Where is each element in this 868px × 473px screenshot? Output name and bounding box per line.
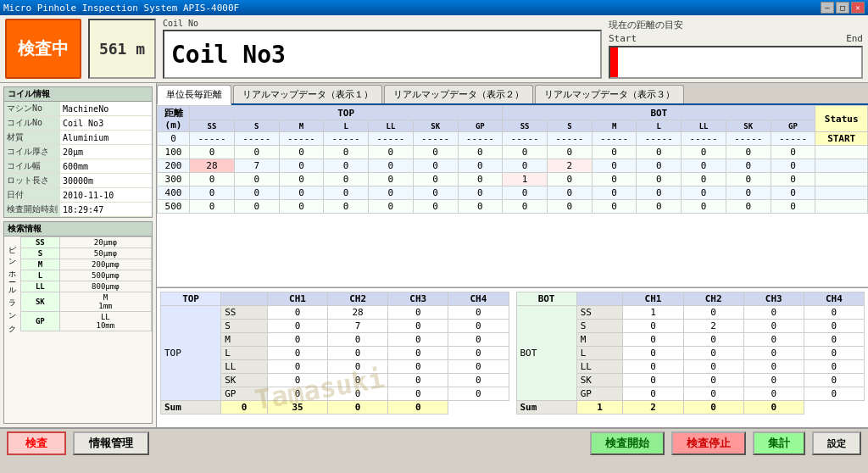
coil-info-table: マシンNoMachineNoコイルNoCoil No3材質Aluminiumコイ… — [4, 102, 152, 217]
tab-2[interactable]: リアルマップデータ（表示２） — [384, 85, 533, 103]
bt-sum-cell: 0 — [743, 401, 804, 415]
start-button[interactable]: 検査開始 — [590, 431, 665, 455]
bt-empty — [576, 292, 623, 306]
pinhole-side-label: ピ — [6, 239, 19, 249]
bot-data-cell: 0 — [637, 186, 682, 200]
bot-data-cell: 1 — [503, 173, 548, 186]
status-button[interactable]: 検査中 — [5, 19, 81, 79]
top-sub-col: GP — [458, 120, 503, 132]
bt-data-cell: 0 — [388, 360, 448, 374]
bt-sum-cell: 1 — [576, 401, 623, 415]
bot-data-cell: 0 — [503, 200, 548, 214]
bt-data-cell: 0 — [683, 387, 743, 401]
top-data-cell: 0 — [234, 146, 279, 159]
bt-rank-label: M — [576, 333, 623, 347]
tab-3[interactable]: リアルマップデータ（表示３） — [535, 85, 684, 103]
maximize-button[interactable]: □ — [836, 2, 849, 14]
pinhole-side-label: ン — [6, 306, 19, 316]
bot-sub-col: M — [592, 120, 637, 132]
bt-channel: CH1 — [267, 292, 327, 306]
top-data-cell: 7 — [234, 159, 279, 173]
bt-data-cell: 0 — [328, 374, 388, 387]
top-data-cell: 0 — [279, 146, 324, 159]
bt-sum-cell: 0 — [683, 401, 743, 415]
bot-data-cell: ----- — [771, 132, 815, 146]
progress-area: 現在の距離の目安 Start End — [609, 19, 863, 79]
bot-data-cell: 0 — [503, 146, 548, 159]
bt-data-cell: 0 — [448, 306, 509, 320]
bt-data-cell: 1 — [623, 306, 683, 320]
bt-data-cell: 0 — [388, 374, 448, 387]
pinhole-side-label: ン — [6, 252, 19, 262]
top-data-cell: ----- — [413, 132, 458, 146]
coil-info-value: 18:29:47 — [60, 203, 152, 217]
bt-data-cell: 0 — [683, 333, 743, 347]
bt-channel: CH3 — [743, 292, 804, 306]
bt-sum-cell: 2 — [623, 401, 683, 415]
pinhole-side-label: ホ — [6, 264, 19, 275]
stop-button[interactable]: 検査停止 — [671, 431, 746, 455]
top-data-cell: 0 — [279, 200, 324, 214]
bot-data-cell: 0 — [771, 146, 815, 159]
bt-sum-label: Sum — [516, 401, 576, 415]
bot-data-cell: 0 — [503, 186, 548, 200]
title-bar: Micro Pinhole Inspection System APIS-400… — [0, 0, 868, 15]
bot-sub-col: SS — [503, 120, 548, 132]
bt-channel: CH1 — [623, 292, 683, 306]
bt-data-cell: 0 — [448, 374, 509, 387]
tab-0[interactable]: 単位長毎距離 — [157, 85, 231, 105]
bot-data-cell: 0 — [726, 200, 771, 214]
bt-data-cell: 0 — [267, 387, 327, 401]
bot-header: BOT — [503, 106, 815, 120]
pinhole-side-label: ク — [6, 319, 19, 329]
progress-start-label: Start — [609, 33, 637, 44]
bt-row: TOPSS02800 — [161, 306, 509, 320]
status-cell — [815, 173, 868, 186]
close-button[interactable]: ✕ — [851, 2, 865, 14]
main-table: 距離(m)TOPBOTStatusSSSMLLLSKGPSSSMLLLSKGP … — [157, 105, 868, 214]
bt-rank-label: L — [576, 347, 623, 360]
top-data-cell: 0 — [279, 159, 324, 173]
bt-channel: CH2 — [328, 292, 388, 306]
top-data-cell: 28 — [190, 159, 235, 173]
coil-info-label: マシンNo — [4, 102, 60, 116]
bt-rank-label: GP — [221, 387, 268, 401]
top-data-cell: ----- — [234, 132, 279, 146]
bt-data-cell: 0 — [623, 333, 683, 347]
bot-data-cell: ----- — [682, 132, 726, 146]
dist-header: 距離(m) — [158, 106, 190, 132]
top-data-cell: 0 — [413, 186, 458, 200]
bt-data-cell: 0 — [743, 306, 804, 320]
bt-side-label: BOT — [516, 306, 576, 401]
bot-data-cell: 0 — [682, 200, 726, 214]
settings-button[interactable]: 設定 — [812, 431, 861, 455]
bt-data-cell: 0 — [328, 333, 388, 347]
info-button[interactable]: 情報管理 — [73, 431, 149, 455]
coil-info-label: 検査開始時刻 — [4, 203, 60, 217]
bt-data-cell: 0 — [328, 347, 388, 360]
tab-1[interactable]: リアルマップデータ（表示１） — [233, 85, 382, 103]
bot-data-cell: 0 — [771, 186, 815, 200]
inspect-button[interactable]: 検査 — [7, 431, 66, 455]
bt-empty — [221, 292, 268, 306]
bot-data-cell: 0 — [592, 186, 637, 200]
minimize-button[interactable]: — — [821, 2, 834, 14]
left-panel: コイル情報 マシンNoMachineNoコイルNoCoil No3材質Alumi… — [0, 83, 157, 427]
bt-label: BOT — [516, 292, 576, 306]
coil-info-label: 日付 — [4, 188, 60, 203]
pinhole-side-label: ラ — [6, 293, 19, 303]
top-data-cell: ----- — [369, 132, 414, 146]
bt-rank-label: GP — [576, 387, 623, 401]
bt-data-cell: 0 — [267, 306, 327, 320]
main-table-container[interactable]: 距離(m)TOPBOTStatusSSSMLLLSKGPSSSMLLLSKGP … — [157, 105, 868, 287]
bot-data-cell: 0 — [547, 146, 592, 159]
bt-data-cell: 0 — [743, 347, 804, 360]
bot-sub-col: S — [547, 120, 592, 132]
bt-data-cell: 0 — [804, 374, 864, 387]
bt-sum-label: Sum — [161, 401, 221, 415]
coil-info-value: Aluminium — [60, 131, 152, 145]
status-header: Status — [815, 106, 868, 132]
coil-info-value: Coil No3 — [60, 116, 152, 131]
collect-button[interactable]: 集計 — [753, 431, 805, 455]
bt-data-cell: 0 — [388, 347, 448, 360]
